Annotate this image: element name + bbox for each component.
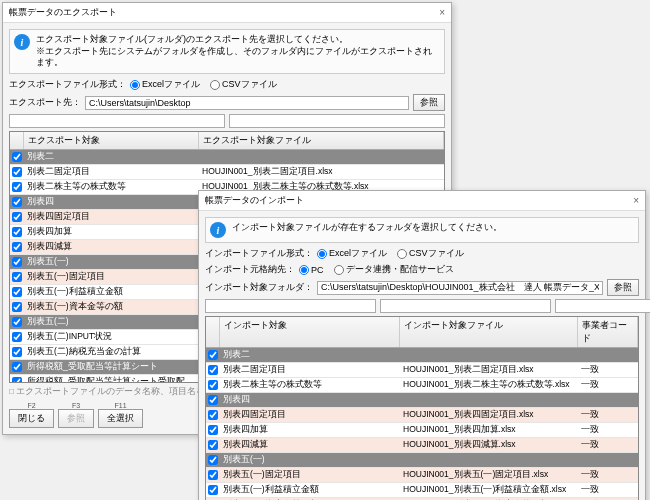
row-checkbox[interactable] bbox=[208, 425, 218, 435]
row-checkbox[interactable] bbox=[12, 302, 22, 312]
table-row[interactable]: 別表二 bbox=[206, 348, 638, 363]
row-match: 一致 bbox=[578, 438, 638, 452]
row-name: 所得税額_受取配当等計算シート受取配当等項目 bbox=[24, 375, 199, 382]
import-ref-button[interactable]: 参照 bbox=[607, 279, 639, 296]
export-selall-button[interactable]: 全選択 bbox=[98, 409, 143, 428]
row-match: 一致 bbox=[578, 423, 638, 437]
table-row[interactable]: 別表二固定項目HOUJIN001_別表二固定項目.xlsx bbox=[10, 165, 444, 180]
row-name: 別表四減算 bbox=[24, 240, 199, 254]
import-radio-service[interactable]: データ連携・配信サービス bbox=[334, 263, 454, 276]
row-match: 一致 bbox=[578, 378, 638, 392]
row-checkbox[interactable] bbox=[208, 365, 218, 375]
table-row[interactable]: 別表四固定項目HOUJIN001_別表四固定項目.xlsx一致 bbox=[206, 408, 638, 423]
export-format-label: エクスポートファイル形式： bbox=[9, 78, 126, 91]
import-col-target: インポート対象 bbox=[220, 317, 400, 347]
row-checkbox[interactable] bbox=[208, 350, 218, 360]
row-match: 一致 bbox=[578, 483, 638, 497]
row-checkbox[interactable] bbox=[12, 167, 22, 177]
row-checkbox[interactable] bbox=[208, 380, 218, 390]
row-name: 別表二固定項目 bbox=[220, 363, 400, 377]
row-name: 別表四加算 bbox=[24, 225, 199, 239]
table-row[interactable]: 別表五(一)固定項目HOUJIN001_別表五(一)固定項目.xlsx一致 bbox=[206, 468, 638, 483]
row-name: 別表五(一)資本金等の額 bbox=[24, 300, 199, 314]
export-close-button[interactable]: 閉じる bbox=[9, 409, 54, 428]
row-file bbox=[400, 399, 578, 401]
row-name: 別表四 bbox=[220, 393, 400, 407]
row-checkbox[interactable] bbox=[12, 332, 22, 342]
export-ref2-button[interactable]: 参照 bbox=[58, 409, 94, 428]
export-title: 帳票データのエクスポート bbox=[9, 6, 117, 19]
import-filter-1[interactable] bbox=[205, 299, 376, 313]
table-row[interactable]: 別表四 bbox=[206, 393, 638, 408]
export-filter-1[interactable] bbox=[9, 114, 225, 128]
row-checkbox[interactable] bbox=[12, 197, 22, 207]
row-checkbox[interactable] bbox=[12, 377, 22, 382]
import-title: 帳票データのインポート bbox=[205, 194, 304, 207]
row-checkbox[interactable] bbox=[12, 317, 22, 327]
row-checkbox[interactable] bbox=[208, 410, 218, 420]
row-file: HOUJIN001_別表五(一)利益積立金額.xlsx bbox=[400, 483, 578, 497]
row-checkbox[interactable] bbox=[12, 257, 22, 267]
table-row[interactable]: 別表五(一)利益積立金額HOUJIN001_別表五(一)利益積立金額.xlsx一… bbox=[206, 483, 638, 498]
row-file: HOUJIN001_別表四減算.xlsx bbox=[400, 438, 578, 452]
import-radio-csv[interactable]: CSVファイル bbox=[397, 247, 464, 260]
row-match: 一致 bbox=[578, 468, 638, 482]
row-checkbox[interactable] bbox=[208, 485, 218, 495]
row-name: 別表二株主等の株式数等 bbox=[24, 180, 199, 194]
row-name: 別表五(一)利益積立金額 bbox=[220, 483, 400, 497]
row-checkbox[interactable] bbox=[12, 287, 22, 297]
export-filter-2[interactable] bbox=[229, 114, 445, 128]
row-checkbox[interactable] bbox=[208, 440, 218, 450]
row-name: 別表二固定項目 bbox=[24, 165, 199, 179]
row-checkbox[interactable] bbox=[12, 212, 22, 222]
table-row[interactable]: 別表二固定項目HOUJIN001_別表二固定項目.xlsx一致 bbox=[206, 363, 638, 378]
import-col-code: 事業者コード bbox=[578, 317, 638, 347]
import-folder-label: インポート対象フォルダ： bbox=[205, 281, 313, 294]
row-name: 別表四 bbox=[24, 195, 199, 209]
table-row[interactable]: 別表二 bbox=[10, 150, 444, 165]
row-checkbox[interactable] bbox=[208, 470, 218, 480]
row-checkbox[interactable] bbox=[12, 182, 22, 192]
row-checkbox[interactable] bbox=[208, 395, 218, 405]
export-info-line1: エクスポート対象ファイル(フォルダ)のエクスポート先を選択してください。 bbox=[36, 34, 440, 46]
export-ref-button[interactable]: 参照 bbox=[413, 94, 445, 111]
row-name: 別表五(一) bbox=[220, 453, 400, 467]
table-row[interactable]: 別表四加算HOUJIN001_別表四加算.xlsx一致 bbox=[206, 423, 638, 438]
import-filter-3[interactable] bbox=[555, 299, 650, 313]
row-name: 別表二株主等の株式数等 bbox=[220, 378, 400, 392]
import-grid: インポート対象 インポート対象ファイル 事業者コード 別表二別表二固定項目HOU… bbox=[205, 316, 639, 500]
table-row[interactable]: 別表二株主等の株式数等HOUJIN001_別表二株主等の株式数等.xlsx一致 bbox=[206, 378, 638, 393]
row-name: 別表四固定項目 bbox=[24, 210, 199, 224]
import-radio-excel[interactable]: Excelファイル bbox=[317, 247, 387, 260]
row-checkbox[interactable] bbox=[12, 347, 22, 357]
row-name: 別表五(一)利益積立金額 bbox=[24, 285, 199, 299]
export-info: i エクスポート対象ファイル(フォルダ)のエクスポート先を選択してください。 ※… bbox=[9, 29, 445, 74]
row-checkbox[interactable] bbox=[12, 242, 22, 252]
table-row[interactable]: 別表四減算HOUJIN001_別表四減算.xlsx一致 bbox=[206, 438, 638, 453]
export-col-file: エクスポート対象ファイル bbox=[199, 132, 444, 149]
row-checkbox[interactable] bbox=[12, 272, 22, 282]
row-file: HOUJIN001_別表五(一)固定項目.xlsx bbox=[400, 468, 578, 482]
row-checkbox[interactable] bbox=[12, 362, 22, 372]
import-info: i インポート対象ファイルが存在するフォルダを選択してください。 bbox=[205, 217, 639, 243]
row-match: 一致 bbox=[578, 363, 638, 377]
export-radio-csv[interactable]: CSVファイル bbox=[210, 78, 277, 91]
row-checkbox[interactable] bbox=[12, 227, 22, 237]
row-file bbox=[199, 156, 444, 158]
export-dest-input[interactable] bbox=[85, 96, 409, 110]
row-checkbox[interactable] bbox=[208, 455, 218, 465]
row-name: 別表二 bbox=[220, 348, 400, 362]
table-row[interactable]: 別表五(一) bbox=[206, 453, 638, 468]
export-radio-excel[interactable]: Excelファイル bbox=[130, 78, 200, 91]
row-match bbox=[578, 354, 638, 356]
row-checkbox[interactable] bbox=[12, 152, 22, 162]
export-dest-label: エクスポート先： bbox=[9, 96, 81, 109]
close-icon[interactable]: × bbox=[633, 195, 639, 206]
import-folder-input[interactable] bbox=[317, 281, 603, 295]
close-icon[interactable]: × bbox=[439, 7, 445, 18]
import-radio-pc[interactable]: PC bbox=[299, 265, 324, 275]
info-icon: i bbox=[210, 222, 226, 238]
import-filter-2[interactable] bbox=[380, 299, 551, 313]
row-file: HOUJIN001_別表四固定項目.xlsx bbox=[400, 408, 578, 422]
row-name: 別表五(一)固定項目 bbox=[220, 468, 400, 482]
